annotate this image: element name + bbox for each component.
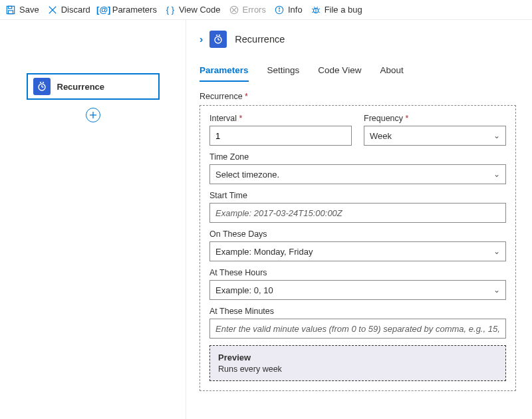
start-time-label: Start Time <box>209 191 506 200</box>
interval-input[interactable] <box>209 126 352 146</box>
tab-about[interactable]: About <box>380 61 403 82</box>
file-bug-button[interactable]: File a bug <box>311 5 362 15</box>
on-days-select[interactable]: Example: Monday, Friday ⌄ <box>209 241 506 261</box>
save-button[interactable]: Save <box>5 5 39 15</box>
info-label: Info <box>288 5 303 15</box>
chevron-down-icon: ⌄ <box>493 131 500 140</box>
frequency-select[interactable]: Week ⌄ <box>364 126 506 146</box>
preview-box: Preview Runs every week <box>209 345 506 381</box>
close-icon <box>47 5 58 15</box>
timezone-select[interactable]: Select timezone. ⌄ <box>209 164 506 184</box>
svg-line-15 <box>312 11 313 12</box>
start-time-input[interactable] <box>209 203 506 223</box>
add-step-button[interactable] <box>86 108 100 122</box>
interval-label: Interval <box>209 114 352 123</box>
chevron-down-icon: ⌄ <box>493 247 500 256</box>
at-minutes-label: At These Minutes <box>209 307 506 316</box>
at-hours-value: Example: 0, 10 <box>215 285 273 295</box>
chevron-down-icon: ⌄ <box>493 285 500 295</box>
panel-title: Recurrence <box>235 34 285 45</box>
at-minutes-input[interactable] <box>209 319 506 339</box>
svg-line-30 <box>219 35 220 36</box>
panel-tabs: Parameters Settings Code View About <box>200 61 516 82</box>
tab-code-view[interactable]: Code View <box>318 61 361 82</box>
preview-title: Preview <box>218 352 497 362</box>
node-title: Recurrence <box>57 82 105 92</box>
panel-header: ›› Recurrence <box>200 31 516 48</box>
main-area: Recurrence ›› Recurrence Parameters Sett… <box>0 20 532 419</box>
svg-line-14 <box>319 8 319 9</box>
tab-settings[interactable]: Settings <box>267 61 300 82</box>
discard-label: Discard <box>61 5 90 15</box>
chevron-down-icon: ⌄ <box>493 170 500 179</box>
parameters-icon: [@] <box>98 5 109 15</box>
svg-line-17 <box>314 7 315 7</box>
file-bug-label: File a bug <box>325 5 362 15</box>
frequency-value: Week <box>370 131 392 141</box>
discard-button[interactable]: Discard <box>47 5 90 15</box>
errors-button: Errors <box>229 5 266 15</box>
preview-text: Runs every week <box>218 364 497 374</box>
svg-line-13 <box>312 8 313 9</box>
svg-rect-1 <box>9 6 12 9</box>
save-label: Save <box>19 5 39 15</box>
tab-parameters[interactable]: Parameters <box>200 61 249 82</box>
error-icon <box>229 5 239 15</box>
recurrence-node[interactable]: Recurrence <box>27 73 160 100</box>
svg-line-29 <box>216 35 217 36</box>
view-code-label: View Code <box>179 5 221 15</box>
section-label-recurrence: Recurrence <box>200 92 516 101</box>
svg-rect-2 <box>9 10 13 13</box>
timezone-value: Select timezone. <box>215 170 279 180</box>
at-hours-select[interactable]: Example: 0, 10 ⌄ <box>209 280 506 300</box>
clock-icon <box>209 31 227 48</box>
save-icon <box>5 5 16 15</box>
on-days-value: Example: Monday, Friday <box>215 247 313 257</box>
parameters-button[interactable]: [@] Parameters <box>98 5 157 15</box>
info-button[interactable]: Info <box>274 5 303 15</box>
svg-line-18 <box>317 7 317 7</box>
parameters-label: Parameters <box>112 5 157 15</box>
clock-icon <box>33 78 51 95</box>
toolbar: Save Discard [@] Parameters { } View Cod… <box>0 0 532 20</box>
details-panel: ›› Recurrence Parameters Settings Code V… <box>186 20 532 419</box>
frequency-label: Frequency <box>364 114 506 123</box>
at-hours-label: At These Hours <box>209 268 506 277</box>
on-days-label: On These Days <box>209 229 506 239</box>
designer-canvas: Recurrence <box>0 20 186 419</box>
collapse-panel-icon[interactable]: ›› <box>200 34 200 45</box>
code-icon: { } <box>165 5 176 15</box>
svg-line-23 <box>43 82 44 83</box>
bug-icon <box>311 5 321 15</box>
svg-line-22 <box>40 82 41 83</box>
recurrence-form: Interval Frequency Week ⌄ Time Zone Sele… <box>200 105 516 391</box>
errors-label: Errors <box>243 5 266 15</box>
svg-point-9 <box>279 7 279 8</box>
info-icon <box>274 5 285 15</box>
timezone-label: Time Zone <box>209 152 506 162</box>
view-code-button[interactable]: { } View Code <box>165 5 221 15</box>
svg-line-16 <box>319 11 320 12</box>
